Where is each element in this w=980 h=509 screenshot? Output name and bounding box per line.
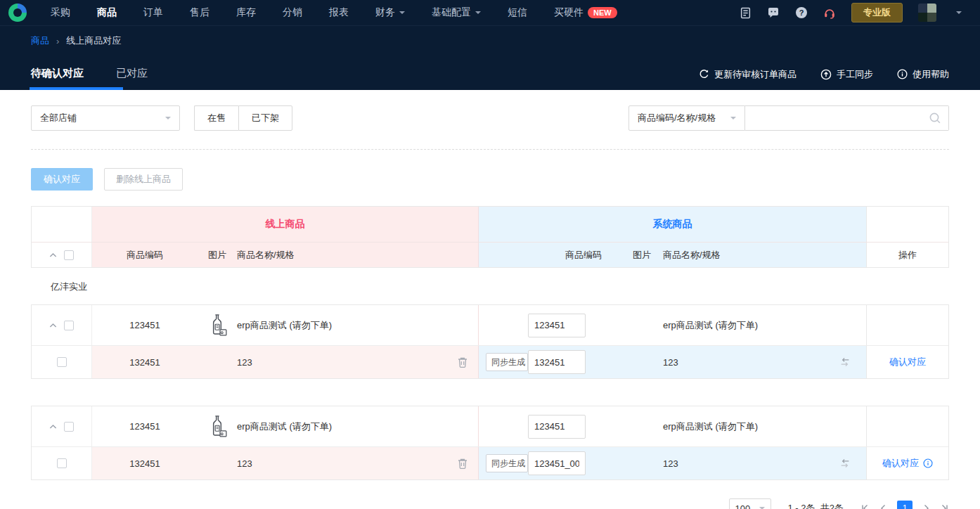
avatar[interactable]: [918, 4, 936, 22]
app-logo[interactable]: [8, 4, 27, 22]
manual-sync-action[interactable]: 手工同步: [820, 68, 873, 81]
system-section-header: 系统商品: [479, 207, 867, 242]
confirm-match-button[interactable]: 确认对应: [31, 168, 93, 191]
table-row-main: 123451 erp商品测试 (请勿下单) erp商品测试 (请勿下单): [32, 406, 948, 446]
online-product-code: 123451: [92, 320, 198, 330]
chat-icon[interactable]: [767, 6, 780, 19]
select-all-checkbox[interactable]: [64, 250, 74, 260]
help-icon[interactable]: ?: [795, 6, 808, 19]
page-size-select[interactable]: 100: [729, 498, 771, 509]
nav-item-goods[interactable]: 商品: [97, 6, 117, 19]
product-image: [198, 312, 237, 339]
confirm-match-link[interactable]: 确认对应: [882, 457, 919, 470]
search-type-select[interactable]: 商品编码/名称/规格: [628, 105, 745, 131]
table-row-sku: 132451 123 同步生成 123 确认对应: [32, 446, 948, 479]
tabs-row: 待确认对应 已对应 更新待审核订单商品 手工同步 使用帮助: [31, 67, 949, 90]
row-checkbox[interactable]: [57, 357, 67, 367]
new-badge: NEW: [588, 7, 617, 18]
tab-matched[interactable]: 已对应: [116, 67, 148, 90]
info-icon[interactable]: [923, 458, 933, 468]
col-online-name: 商品名称/规格: [237, 249, 447, 262]
nav-item-finance[interactable]: 财务: [375, 6, 405, 19]
swap-product-icon[interactable]: [824, 356, 866, 368]
account-chevron-down-icon[interactable]: [956, 11, 962, 17]
breadcrumb-root[interactable]: 商品: [31, 34, 49, 47]
confirm-match-link[interactable]: 确认对应: [889, 356, 926, 368]
shop-group-label: 亿沣实业: [51, 281, 949, 293]
svg-text:?: ?: [799, 8, 804, 17]
product-group: 123451 erp商品测试 (请勿下单) erp商品测试 (请勿下单) 132…: [31, 304, 949, 379]
collapse-row-icon[interactable]: [49, 323, 57, 328]
col-online-image: 图片: [198, 249, 237, 262]
search-input[interactable]: [745, 106, 948, 130]
system-sku-name: 123: [663, 357, 824, 368]
tab-pending-match[interactable]: 待确认对应: [31, 67, 84, 90]
col-online-code: 商品编码: [92, 249, 198, 262]
row-checkbox[interactable]: [64, 321, 74, 330]
row-checkbox[interactable]: [64, 422, 74, 432]
current-page-button[interactable]: 1: [897, 501, 913, 509]
nav-right-tools: ? 专业版: [739, 3, 962, 22]
nav-item-orders[interactable]: 订单: [143, 6, 163, 19]
nav-item-aftersale[interactable]: 售后: [190, 6, 209, 19]
chevron-down-icon: [475, 11, 481, 17]
refresh-pending-action[interactable]: 更新待审核订单商品: [699, 68, 797, 81]
page-actions: 更新待审核订单商品 手工同步 使用帮助: [699, 68, 949, 89]
nav-item-reports[interactable]: 报表: [329, 6, 349, 19]
search-icon[interactable]: [929, 112, 941, 124]
col-system-image: 图片: [621, 249, 663, 262]
info-icon: [897, 69, 908, 79]
refresh-icon: [699, 69, 709, 79]
system-code-input[interactable]: [528, 314, 586, 337]
chevron-down-icon: [399, 11, 405, 17]
online-sku-name: 123: [237, 458, 447, 469]
bulk-toolbar: 确认对应 删除线上商品: [31, 168, 949, 191]
pro-version-button[interactable]: 专业版: [851, 3, 903, 22]
system-sku-code-input[interactable]: [528, 350, 586, 374]
trash-icon[interactable]: [447, 458, 478, 470]
table-row-main: 123451 erp商品测试 (请勿下单) erp商品测试 (请勿下单): [32, 305, 948, 345]
pagination: 100 1 - 2条, 共2条 1: [31, 498, 949, 509]
col-action: 操作: [867, 243, 948, 267]
header-empty-cell: [867, 207, 948, 242]
filter-row: 全部店铺 在售 已下架 商品编码/名称/规格: [31, 105, 949, 131]
delete-online-product-button[interactable]: 删除线上商品: [104, 168, 183, 191]
trash-icon[interactable]: [447, 356, 478, 368]
search-area: 商品编码/名称/规格: [628, 105, 949, 131]
swap-product-icon[interactable]: [824, 458, 866, 469]
online-product-name: erp商品测试 (请勿下单): [237, 420, 447, 433]
last-page-button[interactable]: [941, 504, 949, 509]
prev-page-button[interactable]: [879, 504, 887, 509]
on-sale-button[interactable]: 在售: [194, 105, 238, 131]
collapse-row-icon[interactable]: [49, 424, 57, 430]
shop-select[interactable]: 全部店铺: [31, 105, 180, 131]
collapse-all-icon[interactable]: [49, 252, 57, 258]
form-icon[interactable]: [739, 6, 752, 19]
breadcrumb-current: 线上商品对应: [66, 34, 121, 47]
row-checkbox[interactable]: [57, 458, 67, 468]
table-row-sku: 132451 123 同步生成 123 确认对应: [32, 345, 948, 378]
nav-item-inventory[interactable]: 库存: [236, 6, 256, 19]
system-product-name: erp商品测试 (请勿下单): [663, 319, 824, 332]
nav-item-purchase[interactable]: 采购: [51, 6, 70, 19]
off-sale-button[interactable]: 已下架: [238, 105, 292, 131]
nav-item-distribution[interactable]: 分销: [283, 6, 302, 19]
usage-help-action[interactable]: 使用帮助: [897, 68, 949, 81]
breadcrumb-separator: ›: [56, 36, 59, 46]
system-sku-code-input[interactable]: [528, 451, 586, 475]
next-page-button[interactable]: [922, 504, 931, 509]
first-page-button[interactable]: [860, 504, 869, 509]
search-box: [745, 105, 949, 131]
dashed-divider: [31, 149, 949, 150]
product-image: [198, 413, 237, 440]
headset-icon[interactable]: [823, 6, 836, 19]
system-code-input[interactable]: [528, 415, 586, 439]
col-system-name: 商品名称/规格: [663, 249, 824, 262]
sync-generate-button[interactable]: 同步生成: [486, 454, 528, 472]
sync-generate-button[interactable]: 同步生成: [486, 353, 528, 371]
header-empty-cell: [32, 207, 92, 242]
nav-item-settings[interactable]: 基础配置: [432, 6, 481, 19]
nav-item-sms[interactable]: 短信: [508, 6, 527, 19]
nav-item-hardware[interactable]: 买硬件NEW: [554, 6, 617, 19]
main-content: 全部店铺 在售 已下架 商品编码/名称/规格 确认对应 删除线上商品: [0, 105, 980, 509]
